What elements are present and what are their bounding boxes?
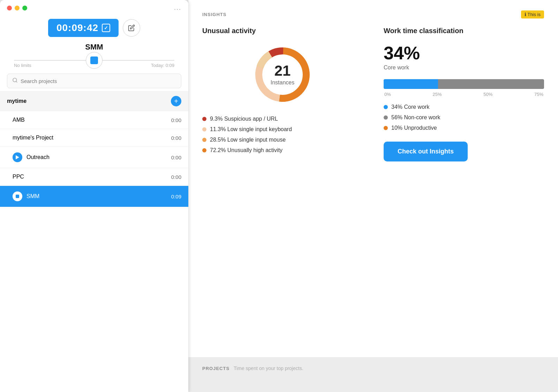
legend-item: 28.5% Low single input mouse <box>202 137 363 143</box>
stop-icon <box>13 191 22 201</box>
legend-item: 34% Core work <box>384 104 544 110</box>
search-input[interactable] <box>21 78 176 84</box>
search-bar <box>7 74 181 88</box>
slider-right-label: Today: 0:09 <box>151 63 174 68</box>
project-time: 0:00 <box>171 135 181 141</box>
timer-display: 00:09:42 ✓ <box>48 19 119 37</box>
legend-text: 72.2% Unusually high activity <box>210 147 282 153</box>
legend-text: 56% Non-core work <box>391 114 440 121</box>
list-item[interactable]: mytime's Project 0:00 <box>0 129 188 147</box>
progress-bar <box>384 79 544 89</box>
project-item-left: Outreach <box>13 152 50 162</box>
legend-dot <box>384 105 388 109</box>
slider-thumb-outer <box>86 52 103 69</box>
tick-75: 75% <box>534 92 543 97</box>
donut-number: 21 <box>271 63 294 78</box>
tick-0: 0% <box>384 92 391 97</box>
legend-dot <box>384 115 388 120</box>
slider-thumb[interactable] <box>86 52 103 69</box>
check-out-insights-button[interactable]: Check out Insights <box>384 142 468 161</box>
legend-text: 9.3% Suspicious app / URL <box>210 116 278 122</box>
progress-ticks: 0% 25% 50% 75% <box>384 92 544 97</box>
legend-dot <box>202 148 206 152</box>
project-time: 0:00 <box>171 174 181 180</box>
donut-label: Instances <box>271 80 294 86</box>
projects-header: PROJECTS Time spent on your top projects… <box>202 365 544 371</box>
legend-item: 11.3% Low single input keyboard <box>202 126 363 133</box>
list-item[interactable]: AMB 0:00 <box>0 111 188 129</box>
work-classification-title: Work time classification <box>384 27 544 35</box>
play-icon <box>13 152 22 162</box>
dots-menu-icon[interactable]: ··· <box>174 6 181 13</box>
close-button[interactable] <box>7 6 12 10</box>
list-item-active[interactable]: SMM 0:09 <box>0 186 188 207</box>
stop-square <box>16 195 19 198</box>
tick-50: 50% <box>483 92 492 97</box>
project-item-left: PPC <box>13 174 24 180</box>
work-legend: 34% Core work 56% Non-core work 10% Unpr… <box>384 104 544 131</box>
slider-left-label: No limits <box>14 63 31 68</box>
project-name: mytime's Project <box>13 135 53 141</box>
info-badge: ℹ This is <box>521 10 544 18</box>
projects-label: PROJECTS <box>202 366 229 371</box>
progress-gray-segment <box>438 79 544 89</box>
insights-header: INSIGHTS ℹ This is <box>202 10 544 18</box>
donut-center: 21 Instances <box>271 63 294 86</box>
legend-text: 34% Core work <box>391 104 429 110</box>
add-project-button[interactable]: + <box>171 96 181 106</box>
minimize-button[interactable] <box>15 6 20 10</box>
project-item-left: mytime's Project <box>13 135 53 141</box>
slider-thumb-inner <box>90 56 98 64</box>
project-time: 0:00 <box>171 117 181 123</box>
slider-area: No limits Today: 0:09 <box>0 57 188 71</box>
unusual-activity-title: Unusual activity <box>202 27 363 35</box>
edit-button[interactable] <box>123 19 140 37</box>
left-panel: ··· 00:09:42 ✓ SMM No limits Today: 0:09 <box>0 0 188 392</box>
insights-label: INSIGHTS <box>202 12 226 17</box>
insights-content: Unusual activity <box>202 27 544 161</box>
project-item-left: SMM <box>13 191 39 201</box>
project-name: SMM <box>27 193 39 199</box>
project-time: 0:00 <box>171 154 181 160</box>
legend-item: 10% Unproductive <box>384 125 544 131</box>
legend-dot <box>384 126 388 130</box>
project-name: PPC <box>13 174 24 180</box>
titlebar: ··· <box>0 0 188 16</box>
work-classification-panel: Work time classification 34% Core work 0… <box>384 27 544 161</box>
legend-text: 10% Unproductive <box>391 125 437 131</box>
legend-item: 9.3% Suspicious app / URL <box>202 116 363 122</box>
core-work-label: Core work <box>384 65 544 71</box>
svg-marker-2 <box>16 155 19 159</box>
legend-dot <box>202 127 206 131</box>
maximize-button[interactable] <box>22 6 27 10</box>
project-name: AMB <box>13 117 25 123</box>
donut-container: 21 Instances <box>202 43 363 106</box>
donut-chart: 21 Instances <box>251 43 314 106</box>
list-item[interactable]: Outreach 0:00 <box>0 147 188 168</box>
project-name: Outreach <box>27 154 50 160</box>
list-item[interactable]: PPC 0:00 <box>0 168 188 186</box>
legend-dot <box>202 138 206 142</box>
legend-text: 11.3% Low single input keyboard <box>210 126 292 133</box>
tick-25: 25% <box>433 92 442 97</box>
group-header-mytime: mytime + <box>0 91 188 111</box>
slider-track[interactable] <box>14 60 174 61</box>
progress-blue-segment <box>384 79 438 89</box>
unusual-activity-legend: 9.3% Suspicious app / URL 11.3% Low sing… <box>202 116 363 153</box>
legend-dot <box>202 117 206 121</box>
projects-subtitle: Time spent on your top projects. <box>234 365 303 371</box>
traffic-lights <box>7 6 27 10</box>
unusual-activity-panel: Unusual activity <box>202 27 363 153</box>
timer-value: 00:09:42 <box>56 22 98 33</box>
timer-check-icon[interactable]: ✓ <box>102 24 110 32</box>
project-time: 0:09 <box>171 194 181 199</box>
svg-line-1 <box>16 81 17 82</box>
legend-text: 28.5% Low single input mouse <box>210 137 286 143</box>
group-name: mytime <box>7 98 27 104</box>
project-item-left: AMB <box>13 117 25 123</box>
big-percent: 34% <box>384 43 544 63</box>
right-panel: INSIGHTS ℹ This is Unusual activity <box>188 0 558 392</box>
legend-item: 72.2% Unusually high activity <box>202 147 363 153</box>
project-list: mytime + AMB 0:00 mytime's Project 0:00 <box>0 91 188 392</box>
projects-section: PROJECTS Time spent on your top projects… <box>188 357 558 392</box>
